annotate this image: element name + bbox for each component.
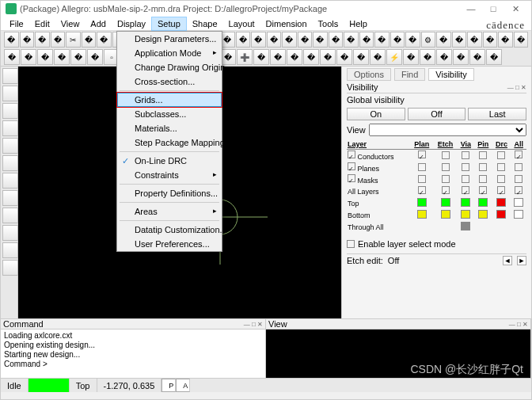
toolbar-button[interactable]: �	[51, 32, 66, 48]
toolbar-button[interactable]: ⚙	[421, 32, 436, 48]
toolbar-button[interactable]: �	[313, 32, 328, 48]
view-thumbnail[interactable]	[266, 330, 530, 378]
menu-tools[interactable]: Tools	[313, 17, 344, 30]
toolbar-button[interactable]: �	[87, 49, 103, 65]
side-tool[interactable]	[2, 260, 18, 276]
toolbar-button[interactable]: �	[467, 32, 482, 48]
side-tool[interactable]	[2, 225, 18, 241]
toolbar-button[interactable]: �	[54, 49, 70, 65]
toolbar-button[interactable]: �	[4, 49, 20, 65]
toolbar-button[interactable]: �	[370, 49, 386, 65]
side-tool[interactable]	[2, 208, 18, 223]
vis-off[interactable]: Off	[408, 108, 466, 120]
toolbar-button[interactable]: �	[320, 49, 336, 65]
menu-item-change-drawing-origin[interactable]: Change Drawing Origin	[117, 60, 222, 74]
toolbar-button[interactable]: �	[359, 32, 374, 48]
menu-item-areas[interactable]: Areas	[117, 204, 222, 219]
side-tool[interactable]	[2, 86, 18, 101]
side-tool[interactable]	[2, 68, 18, 84]
menu-add[interactable]: Add	[85, 17, 112, 30]
toolbar-button[interactable]: �	[514, 32, 529, 48]
menu-item-cross-section-[interactable]: Cross-section...	[117, 74, 222, 89]
menu-shape[interactable]: Shape	[187, 17, 223, 30]
toolbar-button[interactable]: �	[483, 32, 498, 48]
menu-edit[interactable]: Edit	[29, 17, 55, 30]
minimize-button[interactable]: —	[460, 4, 482, 13]
side-tool[interactable]	[2, 155, 18, 171]
vis-last[interactable]: Last	[468, 108, 526, 120]
toolbar-button[interactable]: �	[336, 49, 352, 65]
toolbar-button[interactable]: ⚡	[386, 49, 402, 65]
toolbar-button[interactable]: �	[82, 32, 97, 48]
menu-layout[interactable]: Layout	[223, 17, 260, 30]
toolbar-button[interactable]: �	[4, 32, 19, 48]
side-tool[interactable]	[2, 173, 18, 189]
toolbar-button[interactable]: �	[486, 49, 502, 65]
etch-right[interactable]: ►	[517, 256, 526, 265]
menu-display[interactable]: Display	[112, 17, 151, 30]
menu-item-subclasses-[interactable]: Subclasses...	[117, 107, 222, 121]
menu-item-application-mode[interactable]: Application Mode	[117, 46, 222, 60]
menu-item-step-package-mapping-[interactable]: Step Package Mapping...	[117, 135, 222, 150]
toolbar-button[interactable]: �	[436, 32, 451, 48]
toolbar-button[interactable]: �	[37, 49, 53, 65]
toolbar-button[interactable]: �	[436, 49, 452, 65]
toolbar-button[interactable]: �	[298, 32, 313, 48]
menu-item-design-parameters-[interactable]: Design Parameters...	[117, 32, 222, 46]
toolbar-button[interactable]: �	[344, 32, 359, 48]
toolbar-button[interactable]: �	[270, 49, 286, 65]
side-tool[interactable]	[2, 120, 18, 136]
toolbar-button[interactable]: �	[329, 32, 344, 48]
menu-dimension[interactable]: Dimension	[260, 17, 313, 30]
toolbar-button[interactable]: �	[353, 49, 369, 65]
status-p[interactable]: P	[162, 379, 176, 392]
tab-options[interactable]: Options	[347, 68, 391, 81]
tab-visibility[interactable]: Visibility	[428, 68, 474, 81]
toolbar-button[interactable]: �	[452, 32, 467, 48]
vis-on[interactable]: On	[347, 108, 405, 120]
toolbar-button[interactable]: �	[20, 32, 35, 48]
close-button[interactable]: ✕	[504, 4, 526, 14]
toolbar-button[interactable]: �	[287, 49, 302, 65]
menu-setup[interactable]: Setup	[151, 17, 187, 31]
side-tool[interactable]	[2, 242, 18, 258]
toolbar-button[interactable]: �	[453, 49, 469, 65]
toolbar-button[interactable]: ✂	[66, 32, 81, 48]
menu-file[interactable]: File	[4, 17, 29, 30]
toolbar-button[interactable]: �	[35, 32, 50, 48]
menu-item-property-definitions-[interactable]: Property Definitions...	[117, 186, 222, 200]
menu-item-materials-[interactable]: Materials...	[117, 121, 222, 135]
tab-find[interactable]: Find	[394, 68, 425, 81]
toolbar-button[interactable]: �	[403, 49, 419, 65]
toolbar-button[interactable]: �	[390, 32, 405, 48]
toolbar-button[interactable]: �	[97, 32, 112, 48]
dock-controls[interactable]: — □ ✕	[507, 84, 526, 91]
side-tool[interactable]	[2, 190, 18, 206]
toolbar-button[interactable]: �	[236, 32, 251, 48]
toolbar-button[interactable]: �	[70, 49, 86, 65]
toolbar-button[interactable]: �	[303, 49, 319, 65]
maximize-button[interactable]: □	[482, 4, 504, 13]
menu-item-datatip-customization-[interactable]: Datatip Customization...	[117, 223, 222, 237]
toolbar-button[interactable]: �	[251, 32, 266, 48]
toolbar-button[interactable]: ➕	[237, 49, 253, 65]
view-select[interactable]	[369, 124, 526, 136]
toolbar-button[interactable]: �	[374, 32, 390, 48]
toolbar-button[interactable]: �	[405, 32, 420, 48]
side-tool[interactable]	[2, 103, 18, 119]
enable-layer-checkbox[interactable]	[347, 240, 355, 248]
toolbar-button[interactable]: �	[498, 32, 513, 48]
menu-item-on-line-drc[interactable]: On-Line DRC	[117, 154, 222, 168]
menu-item-user-preferences-[interactable]: User Preferences...	[117, 237, 222, 251]
side-tool[interactable]	[2, 138, 18, 154]
etch-left[interactable]: ◄	[503, 256, 512, 265]
toolbar-button[interactable]: �	[253, 49, 269, 65]
menu-item-grids-[interactable]: Grids...	[117, 93, 222, 107]
status-a[interactable]: A	[176, 379, 190, 392]
toolbar-button[interactable]: �	[21, 49, 36, 65]
toolbar-button[interactable]: �	[267, 32, 282, 48]
toolbar-button[interactable]: �	[282, 32, 297, 48]
menu-item-constraints[interactable]: Constraints	[117, 168, 222, 182]
toolbar-button[interactable]: �	[469, 49, 485, 65]
menu-view[interactable]: View	[55, 17, 86, 30]
